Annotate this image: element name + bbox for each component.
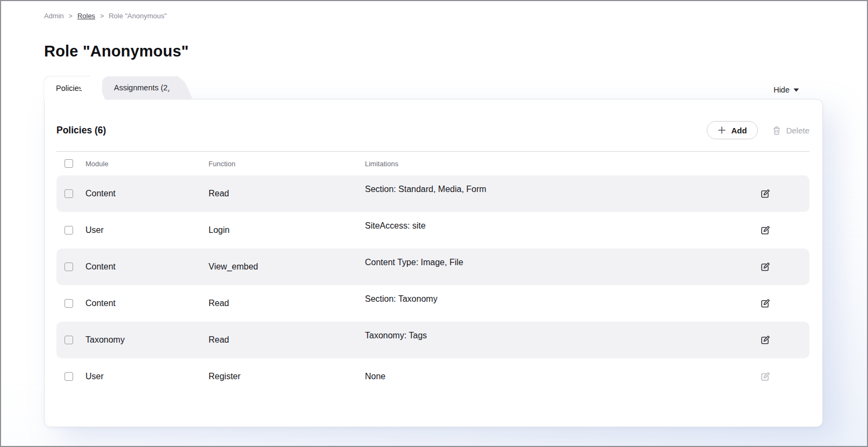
add-policy-button[interactable]: Add bbox=[707, 121, 757, 139]
column-header-limitations: Limitations bbox=[365, 160, 759, 168]
add-policy-label: Add bbox=[731, 126, 747, 135]
table-header: Module Function Limitations bbox=[56, 152, 809, 175]
edit-policy-button[interactable] bbox=[759, 335, 771, 346]
breadcrumb-separator: > bbox=[100, 12, 104, 20]
cell-module: Content bbox=[85, 262, 209, 272]
breadcrumb-item-roles[interactable]: Roles bbox=[77, 12, 95, 20]
app-window: Admin > Roles > Role "Anonymous" Role "A… bbox=[0, 0, 868, 447]
cell-module: User bbox=[85, 225, 209, 235]
row-checkbox[interactable] bbox=[64, 336, 73, 344]
tab-policies-label: Policies bbox=[56, 84, 83, 93]
policies-table-body: Content Read Section: Standard, Media, F… bbox=[56, 175, 809, 395]
row-checkbox[interactable] bbox=[64, 372, 73, 381]
breadcrumb-item-current: Role "Anonymous" bbox=[109, 12, 167, 20]
delete-policy-label: Delete bbox=[786, 126, 809, 135]
tab-assignments[interactable]: Assignments (2) bbox=[102, 76, 179, 99]
table-row: User Login SiteAccess: site bbox=[56, 212, 809, 249]
trash-icon bbox=[772, 125, 781, 136]
hide-dropdown[interactable]: Hide bbox=[773, 86, 799, 94]
edit-policy-button bbox=[759, 371, 771, 382]
table-row: Content Read Section: Taxonomy bbox=[56, 285, 809, 322]
row-checkbox[interactable] bbox=[64, 189, 73, 198]
plus-icon bbox=[718, 126, 726, 134]
cell-function: View_embed bbox=[209, 262, 365, 272]
row-checkbox[interactable] bbox=[64, 299, 73, 308]
cell-limitations: None bbox=[365, 372, 759, 381]
tabs-bar: Policies Assignments (2) Hide bbox=[44, 76, 823, 99]
cell-limitations: Section: Standard, Media, Form bbox=[365, 185, 759, 194]
breadcrumb-item-admin: Admin bbox=[44, 12, 64, 20]
cell-limitations: Taxonomy: Tags bbox=[365, 331, 759, 340]
edit-policy-button[interactable] bbox=[759, 298, 771, 309]
row-checkbox[interactable] bbox=[64, 226, 73, 235]
table-row: User Register None bbox=[56, 358, 809, 395]
cell-limitations: Content Type: Image, File bbox=[365, 258, 759, 267]
breadcrumb: Admin > Roles > Role "Anonymous" bbox=[44, 12, 823, 20]
column-header-module: Module bbox=[85, 160, 209, 168]
panel-header: Policies (6) Add Delete bbox=[56, 121, 809, 139]
edit-icon bbox=[759, 261, 771, 273]
edit-policy-button[interactable] bbox=[759, 261, 771, 273]
page-title: Role "Anonymous" bbox=[44, 42, 823, 60]
table-row: Content View_embed Content Type: Image, … bbox=[56, 249, 809, 285]
cell-module: Content bbox=[85, 299, 209, 308]
row-checkbox[interactable] bbox=[64, 262, 73, 271]
edit-icon bbox=[759, 371, 771, 382]
column-header-function: Function bbox=[209, 160, 365, 168]
tab-policies[interactable]: Policies bbox=[44, 76, 91, 100]
hide-dropdown-label: Hide bbox=[773, 86, 790, 94]
cell-function: Read bbox=[209, 335, 365, 345]
edit-policy-button[interactable] bbox=[759, 225, 771, 236]
select-all-checkbox[interactable] bbox=[64, 159, 73, 168]
edit-icon bbox=[759, 188, 771, 200]
tab-assignments-label: Assignments (2) bbox=[114, 83, 170, 92]
cell-function: Register bbox=[209, 372, 365, 381]
cell-function: Read bbox=[209, 189, 365, 198]
table-row: Content Read Section: Standard, Media, F… bbox=[56, 175, 809, 212]
panel-actions: Add Delete bbox=[707, 121, 809, 139]
delete-policy-button[interactable]: Delete bbox=[772, 125, 809, 136]
table-row: Taxonomy Read Taxonomy: Tags bbox=[56, 322, 809, 358]
cell-function: Login bbox=[209, 225, 365, 235]
edit-icon bbox=[759, 225, 771, 236]
edit-icon bbox=[759, 335, 771, 346]
cell-module: Content bbox=[85, 189, 209, 198]
cell-limitations: SiteAccess: site bbox=[365, 221, 759, 231]
edit-policy-button[interactable] bbox=[759, 188, 771, 200]
breadcrumb-separator: > bbox=[69, 12, 73, 20]
caret-down-icon bbox=[793, 88, 799, 92]
cell-module: Taxonomy bbox=[85, 335, 209, 345]
cell-module: User bbox=[85, 372, 209, 381]
cell-function: Read bbox=[209, 299, 365, 308]
cell-limitations: Section: Taxonomy bbox=[365, 294, 759, 304]
panel-title: Policies (6) bbox=[56, 125, 106, 136]
edit-icon bbox=[759, 298, 771, 309]
policies-panel: Policies (6) Add Delete Modu bbox=[44, 99, 823, 427]
